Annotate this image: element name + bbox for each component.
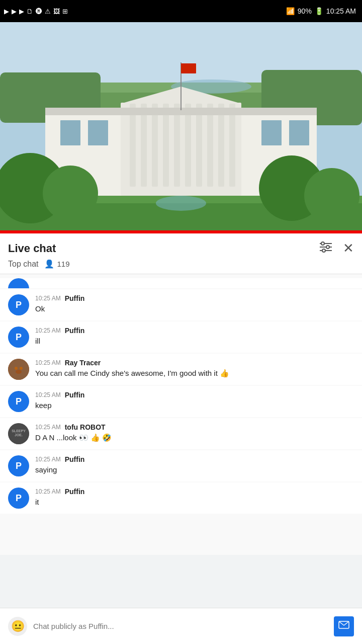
message-author: Puffin <box>65 391 85 399</box>
send-button[interactable] <box>334 616 354 636</box>
svg-point-30 <box>304 168 359 223</box>
message-author: tofu ROBOT <box>65 423 106 431</box>
svg-rect-11 <box>152 104 158 187</box>
svg-rect-24 <box>289 120 309 145</box>
avatar: P <box>8 488 29 509</box>
viewer-count: 👤 119 <box>44 259 69 269</box>
close-icon[interactable]: ✕ <box>343 240 354 256</box>
message-time: 10:25 AM <box>35 456 61 463</box>
grid-icon: ⊞ <box>62 8 68 15</box>
table-row: SLEEPY JOE. 10:25 AM tofu ROBOT D A N ..… <box>0 418 362 449</box>
viewer-number: 119 <box>57 260 69 268</box>
svg-point-31 <box>156 196 206 211</box>
message-content: 10:25 AM Puffin Ok <box>35 294 354 314</box>
svg-line-49 <box>339 621 344 625</box>
avatar-partial <box>8 278 29 288</box>
filter-icon[interactable] <box>319 242 333 256</box>
avatar: P <box>8 391 29 412</box>
message-time: 10:25 AM <box>35 359 61 366</box>
chat-header: Live chat ✕ Top chat 👤 119 <box>0 233 362 274</box>
svg-rect-10 <box>141 104 147 187</box>
send-icon <box>338 620 349 632</box>
svg-rect-23 <box>261 120 282 145</box>
avatar: P <box>8 294 29 315</box>
message-time: 10:25 AM <box>35 327 61 334</box>
message-content: 10:25 AM Ray Tracer You can call me Cind… <box>35 359 354 378</box>
header-icons: ✕ <box>319 240 354 256</box>
sliders-icon <box>319 242 333 253</box>
battery-text: 90% <box>298 7 312 15</box>
message-meta: 10:25 AM Puffin <box>35 488 354 496</box>
svg-point-38 <box>326 246 329 249</box>
table-row: P 10:25 AM Puffin ill <box>0 321 362 353</box>
message-author: Puffin <box>65 294 85 302</box>
message-content: 10:25 AM Puffin it <box>35 488 354 507</box>
message-author: Puffin <box>65 455 85 463</box>
emoji-button[interactable]: 😐 <box>8 617 27 636</box>
message-author: Puffin <box>65 327 85 335</box>
send-icon-svg <box>338 620 349 629</box>
video-player[interactable] <box>0 22 362 233</box>
message-text: You can call me Cindy she's awesome, I'm… <box>35 368 354 378</box>
svg-rect-9 <box>130 104 136 187</box>
chat-messages: P 10:25 AM Puffin Ok P 10:25 AM Puffin i… <box>0 274 362 555</box>
chat-input-bar: 😐 <box>0 608 362 644</box>
svg-point-44 <box>16 370 22 374</box>
message-text: Ok <box>35 303 354 314</box>
svg-point-43 <box>20 367 23 370</box>
message-meta: 10:25 AM tofu ROBOT <box>35 423 354 431</box>
video-thumbnail <box>0 22 362 233</box>
message-text: it <box>35 497 354 507</box>
message-content: 10:25 AM Puffin saying <box>35 455 354 475</box>
avatar: P <box>8 455 29 476</box>
table-row: P 10:25 AM Puffin it <box>0 482 362 514</box>
avatar <box>8 359 29 380</box>
battery-icon: 🔋 <box>315 7 323 15</box>
message-text: ill <box>35 336 354 346</box>
chat-header-top: Live chat ✕ <box>8 240 354 256</box>
message-author: Ray Tracer <box>65 359 101 367</box>
svg-rect-13 <box>174 104 180 187</box>
wifi-icon: 📶 <box>286 7 295 15</box>
svg-rect-14 <box>185 104 191 187</box>
message-content: 10:25 AM Puffin keep <box>35 391 354 411</box>
svg-rect-22 <box>88 120 108 145</box>
progress-bar <box>0 230 362 233</box>
avatar: SLEEPY JOE. <box>8 423 29 444</box>
message-content: 10:25 AM Puffin ill <box>35 327 354 346</box>
svg-point-37 <box>321 242 324 245</box>
table-row: P 10:25 AM Puffin Ok <box>0 289 362 320</box>
alert-icon: ⚠ <box>45 8 51 15</box>
status-info: 📶 90% 🔋 10:25 AM <box>286 7 356 15</box>
message-content: 10:25 AM tofu ROBOT D A N ...look 👀 👍 🤣 <box>35 423 354 443</box>
svg-rect-18 <box>229 104 235 187</box>
yt-icon: ▶ <box>12 8 17 15</box>
svg-rect-12 <box>163 104 169 187</box>
svg-text:JOE.: JOE. <box>15 433 23 437</box>
file-icon: 🗋 <box>27 8 33 15</box>
message-author: Puffin <box>65 488 85 496</box>
img-icon: 🖼 <box>53 8 60 15</box>
svg-text:SLEEPY: SLEEPY <box>12 429 26 433</box>
chat-sub-header: Top chat 👤 119 <box>8 259 354 274</box>
message-meta: 10:25 AM Puffin <box>35 327 354 335</box>
chat-input[interactable] <box>33 616 328 636</box>
chat-partial-item <box>0 278 362 288</box>
ray-tracer-avatar <box>8 359 29 380</box>
message-time: 10:25 AM <box>35 488 61 495</box>
play-icon: ▶ <box>4 8 9 15</box>
time-display: 10:25 AM <box>326 7 356 15</box>
message-text: D A N ...look 👀 👍 🤣 <box>35 432 354 443</box>
svg-line-50 <box>344 621 349 625</box>
table-row: 10:25 AM Ray Tracer You can call me Cind… <box>0 354 362 385</box>
table-row: P 10:25 AM Puffin keep <box>0 386 362 417</box>
avatar: P <box>8 327 29 348</box>
message-time: 10:25 AM <box>35 424 61 431</box>
table-row: P 10:25 AM Puffin saying <box>0 450 362 481</box>
svg-point-40 <box>8 359 29 380</box>
message-meta: 10:25 AM Ray Tracer <box>35 359 354 367</box>
svg-rect-21 <box>60 120 80 145</box>
live-chat-title: Live chat <box>8 242 56 255</box>
message-meta: 10:25 AM Puffin <box>35 294 354 302</box>
svg-rect-16 <box>207 104 213 187</box>
